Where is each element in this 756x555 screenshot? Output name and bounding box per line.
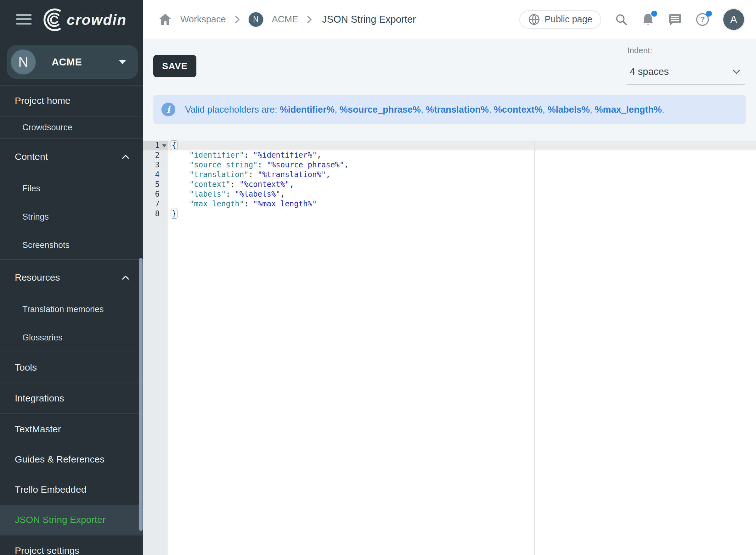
home-icon[interactable] xyxy=(159,13,172,25)
page-title: JSON String Exporter xyxy=(322,14,416,25)
sidebar-item-label: Crowdsource xyxy=(23,123,72,132)
chevron-right-icon xyxy=(235,15,240,24)
placeholder-token: %labels% xyxy=(548,104,590,115)
chevron-right-icon xyxy=(307,15,312,24)
sidebar-item-label: Translation memories xyxy=(23,305,104,314)
sidebar-item-crowdsource[interactable]: Crowdsource xyxy=(0,117,143,138)
messages-icon[interactable] xyxy=(669,13,682,26)
code-line: } xyxy=(168,209,756,219)
public-page-button[interactable]: Public page xyxy=(519,10,601,29)
gutter-line-number: 1 xyxy=(143,141,168,151)
sidebar-item-files[interactable]: Files xyxy=(0,174,143,203)
sidebar-item-label: Tools xyxy=(15,362,37,373)
page: crowdin N ACME Project homeCrowdsourceCo… xyxy=(0,0,756,555)
editor-code: { "identifier": "%identifier%", "source_… xyxy=(168,141,756,219)
sidebar-item-json-string-exporter[interactable]: JSON String Exporter xyxy=(0,505,143,535)
chevron-down-icon xyxy=(732,69,741,74)
indent-selected-value: 4 spaces xyxy=(630,66,669,77)
code-line: { xyxy=(168,141,756,151)
crowdin-logo-text: crowdin xyxy=(67,12,127,27)
placeholder-token: %max_length% xyxy=(595,104,662,115)
sidebar: crowdin N ACME Project homeCrowdsourceCo… xyxy=(0,0,143,555)
gutter-line-number: 3 xyxy=(143,160,168,170)
save-button[interactable]: SAVE xyxy=(153,55,197,77)
banner-text: Valid placeholders are: %identifier%, %s… xyxy=(185,104,664,115)
help-icon[interactable]: ? xyxy=(696,12,709,27)
sidebar-item-screenshots[interactable]: Screenshots xyxy=(0,231,143,259)
editor-gutter: 12345678 xyxy=(143,141,168,555)
svg-text:?: ? xyxy=(700,15,705,24)
chevron-up-icon xyxy=(122,155,129,159)
chevron-up-icon xyxy=(122,275,129,280)
sidebar-item-label: Guides & References xyxy=(15,454,104,465)
indent-select[interactable]: 4 spaces xyxy=(627,59,745,85)
sidebar-item-label: Project settings xyxy=(15,545,79,555)
sidebar-item-strings[interactable]: Strings xyxy=(0,203,143,231)
project-avatar: N xyxy=(11,50,35,74)
project-switcher[interactable]: N ACME xyxy=(7,45,138,79)
main-content: SAVE Indent: 4 spaces i Valid placeholde… xyxy=(143,39,756,555)
crowdin-logo[interactable]: crowdin xyxy=(40,8,127,32)
info-icon: i xyxy=(162,102,175,117)
gutter-line-number: 6 xyxy=(143,189,168,199)
sidebar-item-trello-embedded[interactable]: Trello Embedded xyxy=(0,474,143,505)
sidebar-nav: Project homeCrowdsourceContentFilesStrin… xyxy=(0,85,143,555)
sidebar-item-resources[interactable]: Resources xyxy=(0,260,143,295)
placeholder-token: %translation% xyxy=(426,104,489,115)
fold-toggle-icon[interactable] xyxy=(162,144,167,147)
sidebar-item-glossaries[interactable]: Glossaries xyxy=(0,324,143,352)
sidebar-item-label: Screenshots xyxy=(23,240,70,250)
gutter-line-number: 8 xyxy=(143,209,168,219)
sidebar-item-label: Strings xyxy=(23,212,49,222)
globe-icon xyxy=(528,13,540,26)
sidebar-item-project-home[interactable]: Project home xyxy=(0,86,143,116)
notifications-bell-icon[interactable] xyxy=(641,12,655,27)
code-line: "context": "%context%", xyxy=(168,180,756,189)
help-notification-dot xyxy=(706,11,712,17)
top-header: Workspace N ACME JSON String Exporter Pu… xyxy=(143,0,756,39)
sidebar-item-integrations[interactable]: Integrations xyxy=(0,383,143,414)
sidebar-header: crowdin xyxy=(0,0,143,39)
gutter-line-number: 5 xyxy=(143,180,168,189)
sidebar-item-label: Project home xyxy=(15,95,71,106)
sidebar-item-project-settings[interactable]: Project settings xyxy=(0,536,143,555)
hamburger-menu-icon[interactable] xyxy=(16,13,32,26)
caret-down-icon xyxy=(119,60,126,64)
sidebar-item-content[interactable]: Content xyxy=(0,139,143,174)
indent-label: Indent: xyxy=(627,46,653,55)
breadcrumb-project[interactable]: ACME xyxy=(272,14,298,25)
code-line: "max_length": "%max_length%" xyxy=(168,199,756,209)
crowdin-logo-icon xyxy=(40,8,64,32)
code-editor[interactable]: 12345678 { "identifier": "%identifier%",… xyxy=(143,141,756,555)
print-margin-ruler xyxy=(534,141,535,555)
sidebar-item-label: Resources xyxy=(15,272,60,283)
header-actions: Public page xyxy=(519,9,756,30)
breadcrumb-workspace[interactable]: Workspace xyxy=(180,14,226,25)
code-line: "translation": "%translation%", xyxy=(168,170,756,180)
sidebar-item-translation-memories[interactable]: Translation memories xyxy=(0,295,143,324)
gutter-line-number: 7 xyxy=(143,199,168,209)
sidebar-item-label: Content xyxy=(15,151,48,162)
sidebar-item-label: Integrations xyxy=(15,393,64,404)
breadcrumb: Workspace N ACME JSON String Exporter xyxy=(143,12,416,27)
sidebar-item-label: Files xyxy=(23,184,40,194)
sidebar-scrollbar[interactable] xyxy=(139,258,142,531)
placeholder-token: %context% xyxy=(494,104,543,115)
gutter-line-number: 2 xyxy=(143,151,168,160)
sidebar-item-label: TextMaster xyxy=(15,424,61,434)
sidebar-item-label: JSON String Exporter xyxy=(15,514,106,525)
user-avatar[interactable]: A xyxy=(723,9,744,30)
sidebar-item-tools[interactable]: Tools xyxy=(0,352,143,383)
gutter-line-number: 4 xyxy=(143,170,168,180)
notification-dot xyxy=(651,11,657,17)
public-page-label: Public page xyxy=(545,14,592,25)
code-line: "source_string": "%source_phrase%", xyxy=(168,160,756,170)
code-line: "labels": "%labels%", xyxy=(168,189,756,199)
placeholder-token: %source_phrase% xyxy=(340,104,421,115)
sidebar-item-label: Trello Embedded xyxy=(15,484,86,495)
sidebar-item-guides-references[interactable]: Guides & References xyxy=(0,444,143,474)
placeholder-token: %identifier% xyxy=(280,104,335,115)
search-icon[interactable] xyxy=(615,13,628,26)
sidebar-item-textmaster[interactable]: TextMaster xyxy=(0,414,143,444)
breadcrumb-project-avatar[interactable]: N xyxy=(249,12,263,27)
